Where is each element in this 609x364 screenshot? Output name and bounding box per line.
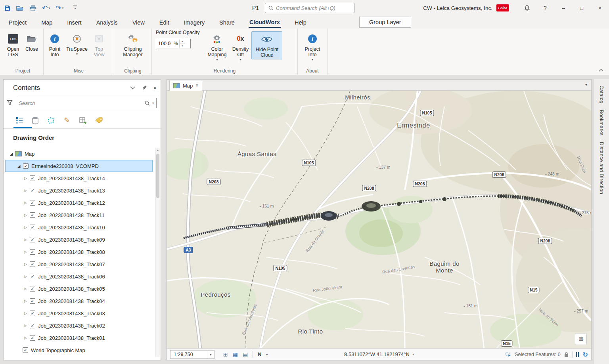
layer-row-track[interactable]: ▷✓Job_202302081438_Track11 <box>5 209 153 221</box>
layer-checkbox[interactable]: ✓ <box>30 175 35 181</box>
layer-row-track[interactable]: ▷✓Job_202302081438_Track02 <box>5 320 153 332</box>
layer-row-track[interactable]: ▷✓Job_202302081438_Track14 <box>5 172 153 184</box>
layer-row-track[interactable]: ▷✓Job_202302081438_Track05 <box>5 283 153 295</box>
point-info-button[interactable]: i Point Info <box>45 31 65 59</box>
opacity-up-button[interactable]: ▴ <box>180 39 185 44</box>
layer-row-track[interactable]: ▷✓Job_202302081438_Track13 <box>5 185 153 196</box>
project-info-button[interactable]: i Project Info ▾ <box>301 31 324 63</box>
save-button[interactable] <box>4 5 11 11</box>
truspace-button[interactable]: TruSpace ▾ <box>65 31 89 57</box>
feedback-button[interactable]: ✉ <box>575 333 587 345</box>
tab-drawing-order[interactable] <box>13 114 25 126</box>
maximize-button[interactable]: □ <box>573 0 591 16</box>
layer-row-map[interactable]: ◢ Map <box>5 148 153 160</box>
contents-search[interactable]: ▾ <box>16 98 157 108</box>
pane-close-button[interactable]: × <box>153 85 157 91</box>
search-options-chevron-icon[interactable]: ▾ <box>152 101 154 105</box>
opacity-input[interactable] <box>156 39 174 48</box>
tab-cloudworx[interactable]: CloudWorx <box>249 17 281 28</box>
refresh-button[interactable]: ↻ <box>583 351 588 358</box>
density-dropdown-icon[interactable]: ▾ <box>239 58 241 61</box>
tab-group-layer[interactable]: Group Layer <box>359 17 411 28</box>
customize-toolbar-button[interactable]: ▾ <box>73 6 77 10</box>
color-mapping-dropdown-icon[interactable]: ▾ <box>216 58 218 61</box>
close-map-tab-icon[interactable]: × <box>195 83 198 88</box>
layer-row-track[interactable]: ▷✓Job_202302081438_Track06 <box>5 271 153 282</box>
tab-editing[interactable]: ✎ <box>61 114 73 126</box>
layer-checkbox[interactable]: ✓ <box>30 311 35 316</box>
expand-icon[interactable]: ▷ <box>23 189 29 192</box>
open-lgs-button[interactable]: LGS Open LGS <box>4 31 23 59</box>
layer-checkbox[interactable]: ✓ <box>23 163 29 169</box>
expand-icon[interactable]: ▷ <box>23 299 29 303</box>
coordinates-dropdown-icon[interactable]: ▾ <box>412 353 414 356</box>
close-window-button[interactable]: × <box>591 0 609 16</box>
layer-row-track[interactable]: ▷✓Job_202302081438_Track10 <box>5 221 153 233</box>
hide-point-cloud-button[interactable]: Hide Point Cloud <box>251 31 282 59</box>
help-button[interactable]: ? <box>536 0 554 16</box>
pane-pin-button[interactable] <box>142 85 147 91</box>
tab-labeling[interactable] <box>93 114 105 126</box>
layer-row-track[interactable]: ▷✓Job_202302081438_Track07 <box>5 258 153 270</box>
north-dropdown-icon[interactable]: ▾ <box>266 353 268 356</box>
layer-checkbox[interactable]: ✓ <box>30 261 35 267</box>
minimize-button[interactable]: – <box>554 0 573 16</box>
pause-drawing-button[interactable] <box>576 352 579 357</box>
layer-checkbox[interactable]: ✓ <box>30 225 35 230</box>
redo-button[interactable]: ↷ ▾ <box>56 5 63 11</box>
tab-view[interactable]: View <box>132 17 146 27</box>
layer-checkbox[interactable]: ✓ <box>30 249 35 255</box>
color-mapping-button[interactable]: Color Mapping ▾ <box>205 31 229 63</box>
clipping-manager-button[interactable]: Clipping Manager <box>118 31 147 59</box>
layer-row-basemap[interactable]: ✓ World Topographic Map <box>5 344 153 356</box>
grid-plus-icon[interactable]: ⊞ <box>223 351 228 358</box>
expand-icon[interactable]: ▷ <box>23 201 29 205</box>
expand-icon[interactable]: ▷ <box>23 262 29 266</box>
layer-row-group[interactable]: ◢ ✓ Ermesinde230208_VCOMPD <box>5 160 153 172</box>
command-search[interactable] <box>265 3 354 13</box>
collapse-ribbon-button[interactable] <box>599 67 603 73</box>
layer-row-track[interactable]: ▷✓Job_202302081438_Track01 <box>5 332 153 344</box>
open-button[interactable] <box>16 5 24 11</box>
density-button[interactable]: 0x Density Off ▾ <box>229 31 251 63</box>
rows-icon[interactable]: ▤ <box>243 351 248 358</box>
dock-tab-distance-direction[interactable]: Distance and Direction <box>599 142 604 194</box>
tab-edit[interactable]: Edit <box>159 17 170 27</box>
north-arrow-icon[interactable]: N <box>258 352 261 357</box>
tab-insert[interactable]: Insert <box>66 17 82 27</box>
layer-row-track[interactable]: ▷✓Job_202302081438_Track09 <box>5 234 153 246</box>
layer-checkbox[interactable]: ✓ <box>30 286 35 292</box>
expand-icon[interactable]: ▷ <box>23 238 29 242</box>
pane-menu-button[interactable] <box>130 86 135 90</box>
notifications-button[interactable] <box>518 0 536 16</box>
tab-project[interactable]: Project <box>8 17 27 27</box>
expand-icon[interactable]: ▷ <box>23 311 29 315</box>
map-view-tab[interactable]: Map × <box>169 80 202 91</box>
undo-button[interactable]: ↶ ▾ <box>42 5 50 11</box>
layer-row-track[interactable]: ▷✓Job_202302081438_Track04 <box>5 295 153 307</box>
undo-dropdown-chevron-icon[interactable]: ▾ <box>48 6 50 10</box>
top-view-button[interactable]: Top View <box>89 31 109 59</box>
expand-icon[interactable]: ▷ <box>23 176 29 180</box>
layer-checkbox[interactable]: ✓ <box>30 200 35 206</box>
coordinates-display[interactable]: 8.5311072°W 41.1821974°N ▾ <box>344 351 414 357</box>
tab-selection[interactable] <box>45 114 57 126</box>
scale-combobox[interactable]: 1:29,750 ▾ <box>170 350 214 359</box>
dock-tab-bookmarks[interactable]: Bookmarks <box>599 110 604 135</box>
layer-checkbox[interactable]: ✓ <box>30 274 35 279</box>
tab-share[interactable]: Share <box>218 17 236 27</box>
expand-icon[interactable]: ▷ <box>23 287 29 291</box>
layer-checkbox[interactable]: ✓ <box>30 237 35 242</box>
layer-row-track[interactable]: ▷✓Job_202302081438_Track12 <box>5 197 153 209</box>
layer-checkbox[interactable]: ✓ <box>30 212 35 218</box>
dock-tab-catalog[interactable]: Catalog <box>599 86 604 103</box>
print-button[interactable] <box>29 5 36 11</box>
expand-icon[interactable]: ◢ <box>8 152 14 156</box>
layer-row-track[interactable]: ▷✓Job_202302081438_Track08 <box>5 246 153 258</box>
expand-icon[interactable]: ◢ <box>16 164 22 168</box>
contents-search-input[interactable] <box>19 100 142 106</box>
layer-checkbox[interactable]: ✓ <box>30 188 35 193</box>
tab-map[interactable]: Map <box>40 17 53 27</box>
layer-checkbox[interactable]: ✓ <box>23 347 28 353</box>
redo-dropdown-chevron-icon[interactable]: ▾ <box>62 6 64 10</box>
